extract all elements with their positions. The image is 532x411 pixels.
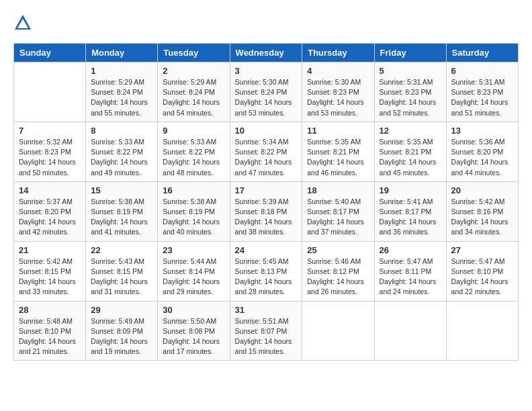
day-info: Sunrise: 5:35 AM Sunset: 8:21 PM Dayligh… xyxy=(307,137,369,178)
calendar-cell: 29Sunrise: 5:49 AM Sunset: 8:09 PM Dayli… xyxy=(86,301,158,361)
day-info: Sunrise: 5:47 AM Sunset: 8:10 PM Dayligh… xyxy=(451,257,513,298)
day-number: 7 xyxy=(19,126,81,136)
logo xyxy=(13,13,35,32)
header-cell-saturday: Saturday xyxy=(446,44,518,62)
calendar-cell: 10Sunrise: 5:34 AM Sunset: 8:22 PM Dayli… xyxy=(230,122,302,181)
calendar-cell: 31Sunrise: 5:51 AM Sunset: 8:07 PM Dayli… xyxy=(230,301,302,361)
day-number: 3 xyxy=(235,66,298,76)
day-info: Sunrise: 5:36 AM Sunset: 8:20 PM Dayligh… xyxy=(451,137,513,178)
day-number: 16 xyxy=(163,185,224,195)
day-number: 31 xyxy=(235,305,298,315)
day-info: Sunrise: 5:50 AM Sunset: 8:08 PM Dayligh… xyxy=(163,316,224,357)
header-cell-monday: Monday xyxy=(86,44,158,62)
calendar-cell: 24Sunrise: 5:45 AM Sunset: 8:13 PM Dayli… xyxy=(230,241,302,301)
day-info: Sunrise: 5:37 AM Sunset: 8:20 PM Dayligh… xyxy=(19,197,81,238)
day-info: Sunrise: 5:48 AM Sunset: 8:10 PM Dayligh… xyxy=(19,316,81,357)
day-info: Sunrise: 5:41 AM Sunset: 8:17 PM Dayligh… xyxy=(380,197,441,238)
day-number: 26 xyxy=(380,245,441,255)
day-number: 19 xyxy=(380,185,441,195)
calendar-cell xyxy=(446,301,518,361)
calendar-cell: 25Sunrise: 5:46 AM Sunset: 8:12 PM Dayli… xyxy=(302,241,374,301)
day-number: 4 xyxy=(307,66,369,76)
day-number: 25 xyxy=(307,245,369,255)
day-number: 14 xyxy=(19,185,81,195)
day-info: Sunrise: 5:49 AM Sunset: 8:09 PM Dayligh… xyxy=(91,316,152,357)
day-info: Sunrise: 5:30 AM Sunset: 8:24 PM Dayligh… xyxy=(235,77,298,118)
calendar-cell: 22Sunrise: 5:43 AM Sunset: 8:15 PM Dayli… xyxy=(86,241,158,301)
day-info: Sunrise: 5:33 AM Sunset: 8:22 PM Dayligh… xyxy=(91,137,152,178)
day-number: 27 xyxy=(451,245,513,255)
calendar-cell: 19Sunrise: 5:41 AM Sunset: 8:17 PM Dayli… xyxy=(374,181,446,241)
day-info: Sunrise: 5:34 AM Sunset: 8:22 PM Dayligh… xyxy=(235,137,298,178)
calendar-cell: 4Sunrise: 5:30 AM Sunset: 8:23 PM Daylig… xyxy=(302,62,374,122)
day-info: Sunrise: 5:30 AM Sunset: 8:23 PM Dayligh… xyxy=(307,77,369,118)
day-number: 28 xyxy=(19,305,81,315)
day-number: 8 xyxy=(91,126,152,136)
day-number: 6 xyxy=(451,66,513,76)
day-info: Sunrise: 5:35 AM Sunset: 8:21 PM Dayligh… xyxy=(380,137,441,178)
day-info: Sunrise: 5:51 AM Sunset: 8:07 PM Dayligh… xyxy=(235,316,298,357)
day-number: 29 xyxy=(91,305,152,315)
day-number: 1 xyxy=(91,66,152,76)
calendar-cell: 28Sunrise: 5:48 AM Sunset: 8:10 PM Dayli… xyxy=(14,301,86,361)
calendar-cell: 9Sunrise: 5:33 AM Sunset: 8:22 PM Daylig… xyxy=(158,122,230,181)
day-info: Sunrise: 5:43 AM Sunset: 8:15 PM Dayligh… xyxy=(91,257,152,298)
header-cell-wednesday: Wednesday xyxy=(230,44,302,62)
calendar-cell: 18Sunrise: 5:40 AM Sunset: 8:17 PM Dayli… xyxy=(302,181,374,241)
calendar-cell: 8Sunrise: 5:33 AM Sunset: 8:22 PM Daylig… xyxy=(86,122,158,181)
day-info: Sunrise: 5:46 AM Sunset: 8:12 PM Dayligh… xyxy=(307,257,369,298)
calendar-cell: 21Sunrise: 5:42 AM Sunset: 8:15 PM Dayli… xyxy=(14,241,86,301)
calendar-cell: 7Sunrise: 5:32 AM Sunset: 8:23 PM Daylig… xyxy=(14,122,86,181)
calendar-cell: 2Sunrise: 5:29 AM Sunset: 8:24 PM Daylig… xyxy=(158,62,230,122)
day-number: 13 xyxy=(451,126,513,136)
day-info: Sunrise: 5:32 AM Sunset: 8:23 PM Dayligh… xyxy=(19,137,81,178)
calendar-body: 1Sunrise: 5:29 AM Sunset: 8:24 PM Daylig… xyxy=(14,62,519,361)
calendar-week-row: 14Sunrise: 5:37 AM Sunset: 8:20 PM Dayli… xyxy=(14,181,519,241)
calendar-cell: 11Sunrise: 5:35 AM Sunset: 8:21 PM Dayli… xyxy=(302,122,374,181)
calendar-cell xyxy=(302,301,374,361)
calendar-week-row: 28Sunrise: 5:48 AM Sunset: 8:10 PM Dayli… xyxy=(14,301,519,361)
calendar-table: SundayMondayTuesdayWednesdayThursdayFrid… xyxy=(13,43,519,361)
day-info: Sunrise: 5:44 AM Sunset: 8:14 PM Dayligh… xyxy=(163,257,224,298)
day-number: 12 xyxy=(380,126,441,136)
calendar-cell: 5Sunrise: 5:31 AM Sunset: 8:23 PM Daylig… xyxy=(374,62,446,122)
calendar-cell: 1Sunrise: 5:29 AM Sunset: 8:24 PM Daylig… xyxy=(86,62,158,122)
header-cell-friday: Friday xyxy=(374,44,446,62)
calendar-cell: 26Sunrise: 5:47 AM Sunset: 8:11 PM Dayli… xyxy=(374,241,446,301)
day-info: Sunrise: 5:38 AM Sunset: 8:19 PM Dayligh… xyxy=(163,197,224,238)
day-number: 20 xyxy=(451,185,513,195)
day-number: 15 xyxy=(91,185,152,195)
day-number: 22 xyxy=(91,245,152,255)
day-info: Sunrise: 5:42 AM Sunset: 8:15 PM Dayligh… xyxy=(19,257,81,298)
day-info: Sunrise: 5:31 AM Sunset: 8:23 PM Dayligh… xyxy=(451,77,513,118)
day-number: 11 xyxy=(307,126,369,136)
calendar-cell: 30Sunrise: 5:50 AM Sunset: 8:08 PM Dayli… xyxy=(158,301,230,361)
day-info: Sunrise: 5:29 AM Sunset: 8:24 PM Dayligh… xyxy=(163,77,224,118)
day-number: 24 xyxy=(235,245,298,255)
day-info: Sunrise: 5:39 AM Sunset: 8:18 PM Dayligh… xyxy=(235,197,298,238)
calendar-cell: 23Sunrise: 5:44 AM Sunset: 8:14 PM Dayli… xyxy=(158,241,230,301)
logo-icon xyxy=(13,13,32,32)
calendar-week-row: 1Sunrise: 5:29 AM Sunset: 8:24 PM Daylig… xyxy=(14,62,519,122)
calendar-cell: 3Sunrise: 5:30 AM Sunset: 8:24 PM Daylig… xyxy=(230,62,302,122)
calendar-cell: 27Sunrise: 5:47 AM Sunset: 8:10 PM Dayli… xyxy=(446,241,518,301)
calendar-week-row: 21Sunrise: 5:42 AM Sunset: 8:15 PM Dayli… xyxy=(14,241,519,301)
calendar-cell: 13Sunrise: 5:36 AM Sunset: 8:20 PM Dayli… xyxy=(446,122,518,181)
day-number: 23 xyxy=(163,245,224,255)
day-number: 17 xyxy=(235,185,298,195)
header-cell-thursday: Thursday xyxy=(302,44,374,62)
day-number: 2 xyxy=(163,66,224,76)
page-header xyxy=(13,13,519,32)
calendar-cell xyxy=(374,301,446,361)
calendar-week-row: 7Sunrise: 5:32 AM Sunset: 8:23 PM Daylig… xyxy=(14,122,519,181)
day-info: Sunrise: 5:29 AM Sunset: 8:24 PM Dayligh… xyxy=(91,77,152,118)
day-number: 9 xyxy=(163,126,224,136)
day-number: 30 xyxy=(163,305,224,315)
day-number: 18 xyxy=(307,185,369,195)
day-info: Sunrise: 5:42 AM Sunset: 8:16 PM Dayligh… xyxy=(451,197,513,238)
header-cell-sunday: Sunday xyxy=(14,44,86,62)
calendar-cell: 17Sunrise: 5:39 AM Sunset: 8:18 PM Dayli… xyxy=(230,181,302,241)
calendar-cell: 6Sunrise: 5:31 AM Sunset: 8:23 PM Daylig… xyxy=(446,62,518,122)
day-info: Sunrise: 5:38 AM Sunset: 8:19 PM Dayligh… xyxy=(91,197,152,238)
day-info: Sunrise: 5:47 AM Sunset: 8:11 PM Dayligh… xyxy=(380,257,441,298)
